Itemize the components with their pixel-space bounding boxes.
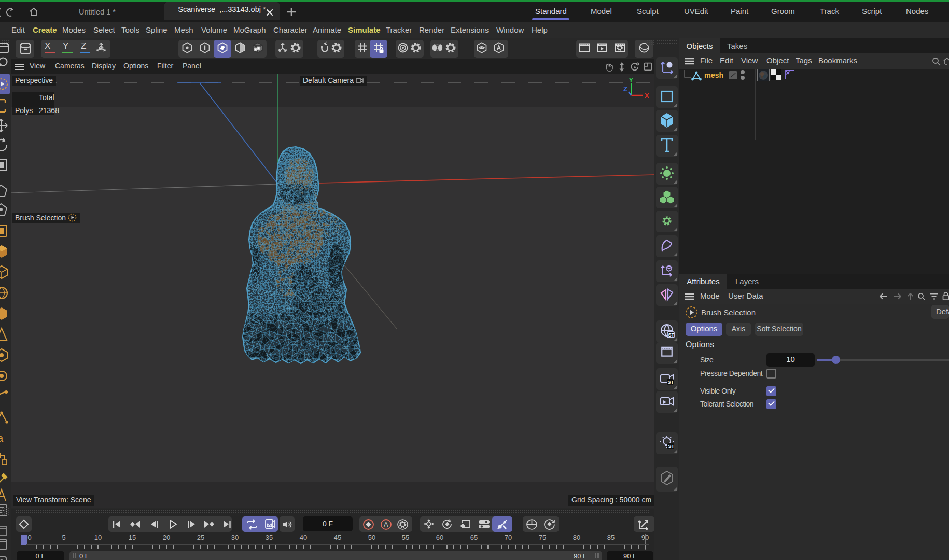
svg-text:ST: ST [668, 332, 675, 338]
svg-text:a: a [0, 432, 4, 444]
svg-text:Z: Z [623, 85, 627, 93]
svg-text:X: X [645, 92, 649, 100]
svg-text:ST: ST [668, 380, 674, 385]
svg-text:Y: Y [629, 76, 634, 84]
svg-text:A: A [384, 521, 388, 528]
svg-text:ST: ST [668, 444, 675, 449]
